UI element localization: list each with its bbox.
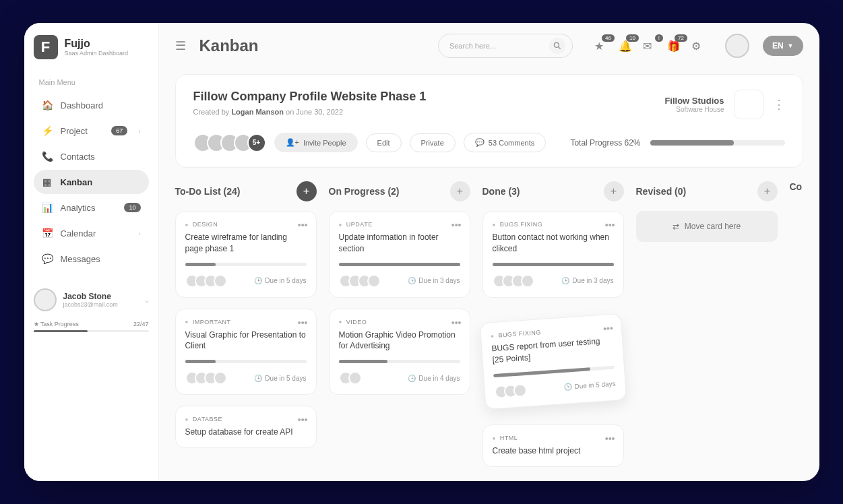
card-more-icon[interactable]: ••• [298, 220, 308, 230]
card-title: Motion Graphic Video Promotion for Adver… [339, 329, 460, 352]
avatar-more[interactable]: 5+ [247, 133, 266, 152]
clock-icon: 🕒 [254, 375, 262, 382]
clock-icon: 🕒 [254, 277, 262, 284]
nav-label: Dashboard [61, 100, 104, 111]
card-avatars [185, 371, 227, 385]
card-tag: UPDATE [339, 221, 460, 228]
add-card-button[interactable]: + [450, 181, 470, 201]
profile-avatar[interactable] [725, 34, 749, 58]
nav-contacts[interactable]: 📞 Contacts [34, 144, 149, 168]
project-title: Fillow Company Profile Website Phase 1 [193, 90, 665, 104]
nav-label: Calendar [61, 228, 96, 239]
nav-project[interactable]: ⚡ Project 67 › [34, 119, 149, 143]
card-progress [185, 263, 307, 266]
nav-label: Project [61, 126, 88, 136]
card-progress [339, 263, 460, 266]
sidebar: F Fujjo Saas Admin Dashboard Main Menu 🏠… [24, 23, 159, 481]
kanban-card[interactable]: BUGS FIXING ••• Button contact not worki… [482, 211, 624, 298]
language-selector[interactable]: EN ▼ [763, 36, 803, 56]
nav-analytics[interactable]: 📊 Analytics 10 [34, 195, 149, 220]
card-progress [493, 263, 614, 266]
brand-tagline: Saas Admin Dashboard [65, 50, 129, 57]
app-shell: F Fujjo Saas Admin Dashboard Main Menu 🏠… [24, 23, 819, 481]
card-progress [185, 360, 307, 363]
chevron-down-icon: ▼ [788, 42, 794, 49]
nav-kanban[interactable]: ▦ Kanban [34, 170, 149, 194]
studio-name: Fillow Studios [664, 96, 724, 106]
card-more-icon[interactable]: ••• [298, 317, 308, 328]
user-block[interactable]: Jacob Stone jacobs23@mail.com ⌵ [34, 288, 149, 311]
card-more-icon[interactable]: ••• [605, 220, 615, 230]
star-badge: 46 [602, 34, 615, 42]
card-more-icon[interactable]: ••• [451, 317, 462, 328]
move-card-dropzone[interactable]: ⇄ Move card here [636, 211, 778, 242]
studio-logo [734, 90, 763, 119]
kanban-card[interactable]: Important ••• Visual Graphic for Present… [175, 309, 317, 396]
column-title: Done (3) [482, 186, 520, 197]
comments-button[interactable]: 💬53 Comments [464, 133, 546, 152]
calendar-icon: 📅 [42, 228, 53, 239]
add-card-button[interactable]: + [604, 181, 624, 201]
card-title: Setup database for create API [185, 427, 307, 438]
card-title: Create wireframe for landing page phase … [185, 232, 307, 255]
card-progress [339, 360, 460, 363]
invite-button[interactable]: 👤+Invite People [274, 133, 358, 152]
bell-badge: 10 [626, 34, 639, 42]
mail-badge: ! [655, 34, 663, 42]
column-title: Co [790, 181, 803, 192]
studio-block: Fillow Studios Software House [664, 96, 724, 113]
gift-icon[interactable]: 🎁72 [667, 40, 681, 53]
kanban-card[interactable]: Video ••• Motion Graphic Video Promotion… [329, 309, 470, 396]
kanban-card-dragging[interactable]: BUGS FIXING ••• BUGS report from user te… [479, 313, 626, 409]
card-more-icon[interactable]: ••• [605, 433, 615, 444]
card-tag: Video [339, 319, 460, 325]
main: ☰ Kanban Search here... ★46 🔔10 ✉! 🎁72 ⚙… [159, 23, 819, 481]
search-icon[interactable] [549, 38, 565, 54]
kanban-card[interactable]: HTML ••• Create base html project [482, 424, 624, 467]
user-name: Jacob Stone [63, 292, 118, 301]
comment-icon: 💬 [475, 138, 485, 147]
notifications-icon[interactable]: 🔔10 [619, 40, 632, 53]
nav-dashboard[interactable]: 🏠 Dashboard [34, 93, 149, 117]
kanban-card[interactable]: Design ••• Create wireframe for landing … [175, 211, 317, 298]
card-avatars [493, 274, 534, 288]
card-more-icon[interactable]: ••• [451, 220, 462, 230]
member-avatars: 5+ [193, 133, 266, 152]
card-title: Button contact not working when clikced [493, 232, 614, 255]
menu-section-label: Main Menu [39, 78, 144, 86]
card-tag: Design [185, 221, 307, 228]
chevron-right-icon: › [138, 230, 140, 237]
clock-icon: 🕒 [563, 383, 572, 391]
card-title: Visual Graphic for Presentation to Clien… [185, 329, 307, 352]
task-progress: ★ Task Progress 22/47 [34, 321, 149, 332]
card-more-icon[interactable]: ••• [298, 414, 308, 425]
search-input[interactable]: Search here... [438, 34, 573, 58]
star-icon: ★ Task Progress [34, 321, 79, 327]
bolt-icon: ⚡ [42, 125, 53, 136]
gift-badge: 72 [675, 34, 687, 42]
chevron-down-icon: ⌵ [145, 296, 149, 304]
card-due: 🕒Due in 5 days [254, 277, 306, 284]
private-button[interactable]: Private [410, 133, 456, 152]
user-text: Jacob Stone jacobs23@mail.com [63, 292, 118, 308]
settings-icon[interactable]: ⚙ [691, 40, 705, 53]
column-done: Done (3) + BUGS FIXING ••• Button contac… [482, 181, 624, 468]
svg-point-0 [554, 42, 559, 47]
edit-button[interactable]: Edit [366, 133, 402, 152]
column-title: Revised (0) [636, 186, 687, 197]
brand-text: Fujjo Saas Admin Dashboard [65, 38, 129, 57]
nav-label: Contacts [61, 152, 95, 162]
kanban-card[interactable]: Databse ••• Setup database for create AP… [175, 406, 317, 448]
nav-messages[interactable]: 💬 Messages [34, 247, 149, 271]
favorites-icon[interactable]: ★46 [594, 40, 608, 53]
add-card-button[interactable]: + [757, 181, 778, 201]
kanban-card[interactable]: UPDATE ••• Update information in footer … [329, 211, 470, 298]
mail-icon[interactable]: ✉! [643, 40, 656, 53]
nav-badge: 67 [111, 126, 127, 135]
chevron-right-icon: › [138, 127, 140, 135]
hamburger-icon[interactable]: ☰ [175, 38, 186, 53]
project-more-icon[interactable]: ⋮ [773, 97, 785, 112]
card-more-icon[interactable]: ••• [602, 322, 613, 334]
add-card-button[interactable]: + [296, 181, 317, 201]
nav-calendar[interactable]: 📅 Calendar › [34, 221, 149, 245]
